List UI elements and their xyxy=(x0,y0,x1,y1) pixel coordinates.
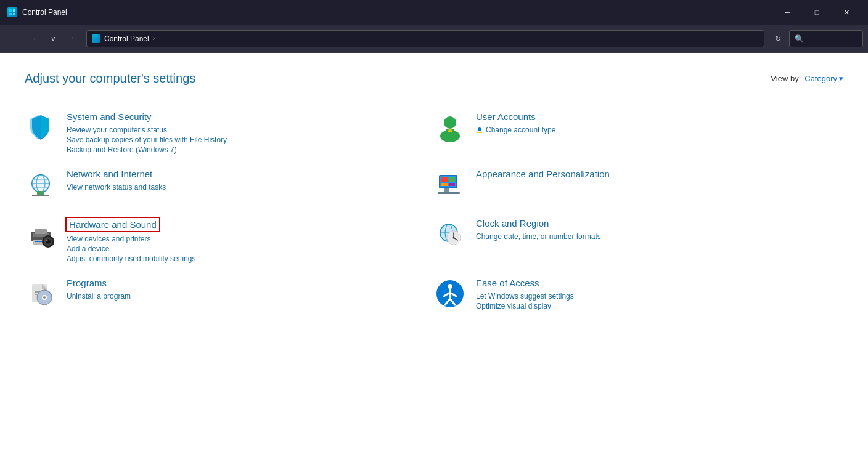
svg-rect-19 xyxy=(441,177,448,182)
search-box[interactable]: 🔍 xyxy=(789,30,863,47)
category-appearance: Appearance and Personalization xyxy=(434,161,843,211)
svg-rect-23 xyxy=(444,188,449,192)
view-by-container: View by: Category ▾ xyxy=(771,74,843,83)
refresh-button[interactable]: ↻ xyxy=(769,30,787,47)
user-accounts-name[interactable]: User Accounts xyxy=(476,111,536,122)
category-programs: Programs Uninstall a program xyxy=(25,270,434,320)
view-by-dropdown[interactable]: Category ▾ xyxy=(805,74,843,83)
programs-name[interactable]: Programs xyxy=(67,278,107,288)
hardware-sound-link-2[interactable]: Add a device xyxy=(67,245,422,253)
programs-link-1[interactable]: Uninstall a program xyxy=(67,292,422,301)
appearance-name[interactable]: Appearance and Personalization xyxy=(476,169,610,179)
recent-locations-button[interactable]: ∨ xyxy=(44,30,62,47)
settings-grid: System and Security Review your computer… xyxy=(25,104,843,320)
search-icon: 🔍 xyxy=(795,34,804,43)
window-title: Control Panel xyxy=(22,8,67,17)
page-title: Adjust your computer's settings xyxy=(25,71,195,86)
svg-point-14 xyxy=(32,175,49,192)
category-ease-of-access: Ease of Access Let Windows suggest setti… xyxy=(434,270,843,320)
category-clock-region: Clock and Region Change date, time, or n… xyxy=(434,211,843,270)
svg-rect-2 xyxy=(9,13,12,15)
ease-of-access-link-1[interactable]: Let Windows suggest settings xyxy=(476,292,831,301)
up-button[interactable]: ↑ xyxy=(64,30,81,47)
svg-point-4 xyxy=(444,116,456,129)
system-security-link-3[interactable]: Backup and Restore (Windows 7) xyxy=(67,145,422,154)
system-security-icon xyxy=(25,111,57,144)
ease-of-access-icon xyxy=(434,278,466,310)
network-internet-text: Network and Internet View network status… xyxy=(67,169,422,192)
clock-region-icon xyxy=(434,218,466,250)
appearance-icon xyxy=(434,169,466,201)
minimize-button[interactable]: ─ xyxy=(773,2,801,22)
hardware-sound-link-3[interactable]: Adjust commonly used mobility settings xyxy=(67,254,422,263)
appearance-text: Appearance and Personalization xyxy=(476,169,831,182)
category-system-security: System and Security Review your computer… xyxy=(25,104,434,161)
hardware-sound-name[interactable]: Hardware and Sound xyxy=(67,218,159,231)
system-security-link-2[interactable]: Save backup copies of your files with Fi… xyxy=(67,135,422,144)
svg-rect-24 xyxy=(438,192,460,194)
back-button[interactable]: ← xyxy=(5,30,22,47)
svg-rect-27 xyxy=(35,229,47,234)
view-by-value-text: Category xyxy=(805,74,837,83)
view-by-chevron: ▾ xyxy=(839,74,843,83)
nav-bar: ← → ∨ ↑ Control Panel › ↻ 🔍 xyxy=(0,25,868,53)
user-accounts-icon xyxy=(434,111,466,144)
close-button[interactable]: ✕ xyxy=(832,2,861,22)
svg-rect-1 xyxy=(13,9,15,12)
ease-of-access-text: Ease of Access Let Windows suggest setti… xyxy=(476,278,831,310)
page-header: Adjust your computer's settings View by:… xyxy=(25,71,843,86)
category-network-internet: Network and Internet View network status… xyxy=(25,161,434,211)
svg-rect-8 xyxy=(477,132,482,133)
address-bar[interactable]: Control Panel › xyxy=(86,30,764,47)
svg-point-33 xyxy=(46,240,48,241)
title-bar-left: Control Panel xyxy=(7,7,67,17)
address-icon xyxy=(92,34,100,43)
user-accounts-text: User Accounts Change account type xyxy=(476,111,831,135)
system-security-name[interactable]: System and Security xyxy=(67,111,152,122)
address-chevron: › xyxy=(153,35,155,42)
title-bar: Control Panel ─ □ ✕ xyxy=(0,0,868,25)
svg-point-42 xyxy=(453,237,455,239)
ease-of-access-link-2[interactable]: Optimize visual display xyxy=(476,302,831,310)
svg-rect-0 xyxy=(9,9,12,12)
forward-button[interactable]: → xyxy=(25,30,42,47)
main-content: Adjust your computer's settings View by:… xyxy=(0,53,868,457)
control-panel-icon xyxy=(7,7,17,17)
hardware-sound-text: Hardware and Sound View devices and prin… xyxy=(67,218,422,263)
window-controls: ─ □ ✕ xyxy=(773,2,861,22)
programs-text: Programs Uninstall a program xyxy=(67,278,422,301)
clock-region-link-1[interactable]: Change date, time, or number formats xyxy=(476,232,831,241)
nav-right-buttons: ↻ xyxy=(769,30,787,47)
clock-region-name[interactable]: Clock and Region xyxy=(476,218,549,228)
network-internet-name[interactable]: Network and Internet xyxy=(67,169,152,179)
hardware-sound-link-1[interactable]: View devices and printers xyxy=(67,235,422,243)
category-hardware-sound: Hardware and Sound View devices and prin… xyxy=(25,211,434,270)
svg-rect-3 xyxy=(13,13,15,15)
ease-of-access-name[interactable]: Ease of Access xyxy=(476,278,539,288)
system-security-link-1[interactable]: Review your computer's status xyxy=(67,126,422,134)
network-internet-icon xyxy=(25,169,57,201)
svg-rect-22 xyxy=(449,183,455,186)
svg-point-48 xyxy=(43,296,46,299)
address-path: Control Panel xyxy=(104,34,149,43)
svg-rect-20 xyxy=(449,177,455,182)
svg-rect-16 xyxy=(32,195,49,196)
svg-rect-21 xyxy=(441,183,448,186)
hardware-sound-icon xyxy=(25,218,57,250)
user-accounts-link-1[interactable]: Change account type xyxy=(476,126,831,135)
view-by-label: View by: xyxy=(771,74,801,83)
clock-region-text: Clock and Region Change date, time, or n… xyxy=(476,218,831,241)
network-internet-link-1[interactable]: View network status and tasks xyxy=(67,183,422,192)
programs-icon xyxy=(25,278,57,310)
maximize-button[interactable]: □ xyxy=(803,2,831,22)
category-user-accounts: User Accounts Change account type xyxy=(434,104,843,161)
system-security-text: System and Security Review your computer… xyxy=(67,111,422,154)
